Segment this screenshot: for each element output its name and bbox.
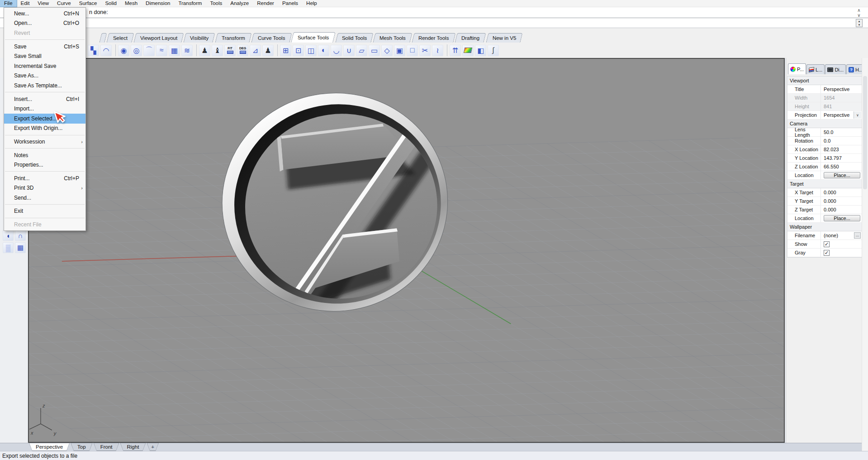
show-surface-direction-icon[interactable]: ⇈ <box>450 45 461 56</box>
file-menu-item-new[interactable]: New...Ctrl+N <box>4 9 85 19</box>
file-menu-item-save-small[interactable]: Save Small <box>4 51 85 61</box>
menubar-item-mesh[interactable]: Mesh <box>121 0 142 7</box>
viewport-tab-right[interactable]: Right <box>120 443 146 451</box>
file-menu-item-import[interactable]: Import... <box>4 104 85 114</box>
rebuild-edge-icon[interactable]: ≀ <box>432 45 443 56</box>
prop-value-y-location[interactable]: 143.797 <box>821 154 862 162</box>
menubar-item-panels[interactable]: Panels <box>278 0 302 7</box>
place-button[interactable]: Place... <box>824 172 860 178</box>
prop-value-projection[interactable]: Perspective∨ <box>821 111 862 119</box>
toolbar-tab-new-in-v5[interactable]: New in V5 <box>486 33 523 43</box>
sweep-2-rails-icon[interactable]: ≈ <box>156 45 167 56</box>
toolbar-tab-curve-tools[interactable]: Curve Tools <box>251 33 292 43</box>
file-menu-item-print-3d[interactable]: Print 3D› <box>4 183 85 193</box>
prop-value-rotation[interactable]: 0.0 <box>821 137 862 145</box>
dropdown-arrow-icon[interactable]: ∨ <box>854 111 861 119</box>
prop-value-z-location[interactable]: 66.550 <box>821 163 862 171</box>
merge-surfaces-icon[interactable]: ⊞ <box>280 45 291 56</box>
array-grid-icon[interactable]: ▦ <box>15 242 26 253</box>
environment-map-icon[interactable]: ◧ <box>475 45 486 56</box>
spin-down-icon[interactable]: ▾ <box>856 23 862 27</box>
loft-icon[interactable]: ◠ <box>100 45 112 56</box>
split-edge-icon[interactable]: ✂ <box>419 45 431 56</box>
menubar-item-render[interactable]: Render <box>253 0 278 7</box>
menubar-item-file[interactable]: File <box>0 0 17 7</box>
blend-surface-icon[interactable]: ◡ <box>331 45 342 56</box>
coin-object[interactable] <box>208 78 462 326</box>
checkbox-show[interactable]: ✓ <box>824 241 830 247</box>
file-menu-item-send[interactable]: Send... <box>4 193 85 203</box>
panel-tab-l[interactable]: L... <box>806 64 825 74</box>
file-menu-item-save-as-template[interactable]: Save As Template... <box>4 81 85 91</box>
toolbar-tab-visibility[interactable]: Visibility <box>184 33 216 43</box>
insert-knot-icon[interactable]: ⊿ <box>250 45 261 56</box>
symmetry-icon[interactable]: ⊡ <box>293 45 304 56</box>
patch-icon[interactable]: ≋ <box>181 45 193 56</box>
perspective-viewport[interactable]: z x y <box>28 58 785 443</box>
file-menu-item-export-with-origin[interactable]: Export With Origin... <box>4 124 85 134</box>
extend-surface-icon[interactable]: ♟ <box>199 45 210 56</box>
toolbar-tab-solid-tools[interactable]: Solid Tools <box>335 33 374 43</box>
change-degree-icon[interactable]: DEG <box>237 45 248 56</box>
history-scroll-up-icon[interactable]: ∧ <box>856 8 862 13</box>
menubar-item-solid[interactable]: Solid <box>101 0 121 7</box>
viewport-tab-perspective[interactable]: Perspective <box>29 443 70 451</box>
menubar-item-analyze[interactable]: Analyze <box>226 0 253 7</box>
viewport-tab-front[interactable]: Front <box>94 443 119 451</box>
file-menu-item-exit[interactable]: Exit <box>4 206 85 216</box>
command-input[interactable]: ▴ ▾ <box>0 18 868 28</box>
checkbox-gray[interactable]: ✓ <box>824 250 830 256</box>
file-menu-item-save-as[interactable]: Save As... <box>4 71 85 81</box>
surface-from-network-icon[interactable]: ▦ <box>169 45 180 56</box>
untrim-icon[interactable]: □ <box>407 45 418 56</box>
menubar-item-surface[interactable]: Surface <box>75 0 101 7</box>
curve-tool-icon[interactable]: ◖ <box>3 230 14 241</box>
fillet-surface-icon[interactable]: ♝ <box>212 45 223 56</box>
smash-icon[interactable]: ▭ <box>369 45 380 56</box>
fit-surface-icon[interactable]: FIT <box>224 45 236 56</box>
file-menu-item-export-selected[interactable]: Export Selected... <box>4 114 85 124</box>
prop-value-x-location[interactable]: 82.023 <box>821 145 862 153</box>
place-button[interactable]: Place... <box>824 215 860 221</box>
file-menu-item-open[interactable]: Open...Ctrl+O <box>4 19 85 29</box>
toolbar-tab-render-tools[interactable]: Render Tools <box>412 33 455 43</box>
prop-value-title[interactable]: Perspective <box>821 85 862 93</box>
match-surface-icon[interactable]: ♟ <box>262 45 274 56</box>
spin-up-icon[interactable]: ▴ <box>856 19 862 23</box>
viewport-tab-top[interactable]: Top <box>71 443 93 451</box>
menubar-item-curve[interactable]: Curve <box>53 0 75 7</box>
file-menu-item-print[interactable]: Print...Ctrl+P <box>4 173 85 183</box>
toolbar-tab-mesh-tools[interactable]: Mesh Tools <box>373 33 412 43</box>
file-menu-item-worksession[interactable]: Worksession› <box>4 137 85 147</box>
toolbar-tab-viewport-layout[interactable]: Viewport Layout <box>133 33 184 43</box>
panel-tab-p[interactable]: P... <box>788 63 806 74</box>
menubar-item-help[interactable]: Help <box>302 0 321 7</box>
revolve-icon[interactable]: ◉ <box>118 45 129 56</box>
drape-tool-icon[interactable]: ∩ <box>15 230 26 241</box>
curvature-analysis-icon[interactable] <box>462 45 474 56</box>
toolbar-tab-drafting[interactable]: Drafting <box>455 33 487 43</box>
menubar-item-edit[interactable]: Edit <box>17 0 34 7</box>
surface-from-corner-points-icon[interactable]: ▚ <box>88 45 99 56</box>
connect-surfaces-icon[interactable]: ∪ <box>343 45 355 56</box>
rail-revolve-icon[interactable]: ◎ <box>131 45 142 56</box>
sweep-1-rail-icon[interactable]: ⌒ <box>143 45 155 56</box>
panel-tab-di[interactable]: Di... <box>825 64 846 74</box>
toolbar-tab-partial[interactable] <box>99 33 107 43</box>
toolbar-tab-surface-tools[interactable]: Surface Tools <box>291 32 336 43</box>
prop-value-y-target[interactable]: 0.000 <box>821 197 862 205</box>
toolbar-tab-select[interactable]: Select <box>106 33 134 43</box>
toolbar-tab-transform[interactable]: Transform <box>215 33 251 43</box>
menubar-item-dimension[interactable]: Dimension <box>142 0 174 7</box>
prop-value-filename[interactable]: (none)... <box>821 231 862 240</box>
command-spinner[interactable]: ▴ ▾ <box>856 19 863 27</box>
adjust-seam-icon[interactable]: ∫ <box>488 45 499 56</box>
history-scroll-down-icon[interactable]: ∨ <box>856 13 862 18</box>
scrollbar-thumb[interactable] <box>863 76 867 189</box>
shrink-trimmed-surface-icon[interactable]: ▣ <box>394 45 405 56</box>
menubar-item-tools[interactable]: Tools <box>206 0 226 7</box>
menubar-item-view[interactable]: View <box>33 0 53 7</box>
file-menu-item-notes[interactable]: Notes <box>4 150 85 160</box>
unroll-developable-surface-icon[interactable]: ▱ <box>356 45 367 56</box>
menubar-item-transform[interactable]: Transform <box>174 0 206 7</box>
